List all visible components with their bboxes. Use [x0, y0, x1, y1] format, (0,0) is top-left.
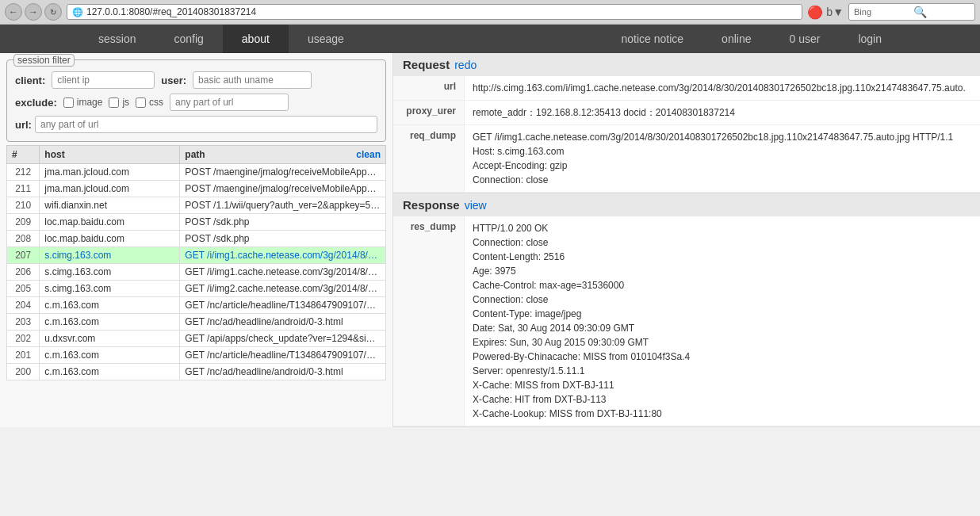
clean-link[interactable]: clean: [356, 149, 381, 160]
cell-num: 207: [7, 247, 40, 264]
url-row: url:: [15, 116, 377, 133]
nav-notice[interactable]: notice notice: [603, 25, 703, 53]
url-label: url:: [15, 119, 32, 131]
table-row[interactable]: 203 c.m.163.com GET /nc/ad/headline/andr…: [7, 314, 386, 331]
url-main-input[interactable]: [35, 116, 377, 133]
url-part-input[interactable]: [170, 94, 289, 111]
th-path: path clean: [180, 146, 386, 164]
session-tbody: 212 jma.man.jcloud.com POST /maengine/jm…: [7, 164, 386, 380]
cell-path: POST /1.1/wii/query?auth_ver=2&appkey=50…: [180, 197, 386, 214]
exclude-css-checkbox[interactable]: [136, 97, 146, 108]
table-row[interactable]: 202 u.dxsvr.com GET /api/apps/check_upda…: [7, 331, 386, 347]
proxy-urer-label: proxy_urer: [393, 101, 465, 124]
cell-host: s.cimg.163.com: [40, 281, 180, 297]
cell-host: s.cimg.163.com: [40, 264, 180, 281]
req-dump-value: GET /i/img1.cache.netease.com/3g/2014/8/…: [465, 125, 980, 192]
exclude-label: exclude:: [15, 97, 57, 109]
back-button[interactable]: ←: [5, 3, 22, 21]
session-filter-legend: session filter: [13, 54, 75, 67]
cell-host: c.m.163.com: [40, 347, 180, 364]
reload-button[interactable]: ↻: [44, 3, 62, 21]
nav-login[interactable]: login: [839, 25, 901, 53]
exclude-image-label[interactable]: image: [63, 97, 103, 108]
cell-host: loc.map.baidu.com: [40, 214, 180, 231]
nav-user-count[interactable]: 0 user: [770, 25, 839, 53]
browser-bar: ← → ↻ 🌐 127.0.0.1:8080/#req_201408301837…: [0, 0, 980, 25]
table-row[interactable]: 211 jma.man.jcloud.com POST /maengine/jm…: [7, 181, 386, 197]
cell-num: 209: [7, 214, 40, 231]
browser-controls: ← → ↻: [5, 3, 62, 21]
cell-host: c.m.163.com: [40, 297, 180, 314]
table-row[interactable]: 206 s.cimg.163.com GET /i/img1.cache.net…: [7, 264, 386, 281]
table-row[interactable]: 209 loc.map.baidu.com POST /sdk.php: [7, 214, 386, 231]
redo-link[interactable]: redo: [454, 59, 477, 71]
res-dump-value: HTTP/1.0 200 OK Connection: close Conten…: [465, 216, 980, 426]
cell-host: s.cimg.163.com: [40, 247, 180, 264]
nav-menu: session config about useage notice notic…: [0, 25, 980, 53]
cell-host: wifi.dianxin.net: [40, 197, 180, 214]
exclude-js-checkbox[interactable]: [109, 97, 119, 108]
cell-path: POST /sdk.php: [180, 214, 386, 231]
proxy-urer-row: proxy_urer remote_addr：192.168.8.12:3541…: [393, 101, 980, 125]
client-label: client:: [15, 75, 45, 86]
exclude-row: exclude: image js css: [15, 94, 377, 111]
cell-path: GET /nc/article/headline/T1348647909107/…: [180, 297, 386, 314]
search-bar[interactable]: Bing 🔍: [848, 3, 975, 21]
exclude-image-checkbox[interactable]: [63, 97, 74, 108]
forward-button[interactable]: →: [25, 3, 42, 21]
cell-path: GET /nc/article/headline/T1348647909107/…: [180, 347, 386, 364]
cell-path: POST /maengine/jmalog/receiveMobileAppLo…: [180, 164, 386, 181]
nav-useage[interactable]: useage: [289, 25, 363, 53]
proxy-urer-value: remote_addr：192.168.8.12:35413 docid：201…: [465, 101, 980, 124]
exclude-js-label[interactable]: js: [109, 97, 129, 108]
cell-num: 211: [7, 181, 40, 197]
view-link[interactable]: view: [465, 199, 487, 212]
table-row[interactable]: 201 c.m.163.com GET /nc/article/headline…: [7, 347, 386, 364]
cell-num: 203: [7, 314, 40, 331]
req-dump-row: req_dump GET /i/img1.cache.netease.com/3…: [393, 125, 980, 193]
response-content: res_dump HTTP/1.0 200 OK Connection: clo…: [393, 216, 980, 426]
table-row[interactable]: 205 s.cimg.163.com GET /i/img2.cache.net…: [7, 281, 386, 297]
table-row[interactable]: 200 c.m.163.com GET /nc/ad/headline/andr…: [7, 364, 386, 380]
url-detail-label: url: [393, 76, 465, 100]
cell-host: c.m.163.com: [40, 364, 180, 380]
th-host: host: [40, 146, 180, 164]
session-table: # host path clean 212 jma.man.jcloud.com…: [6, 145, 386, 380]
res-dump-row: res_dump HTTP/1.0 200 OK Connection: clo…: [393, 216, 980, 426]
response-header: Response view: [393, 193, 980, 216]
table-row[interactable]: 208 loc.map.baidu.com POST /sdk.php: [7, 231, 386, 247]
browser-extras: 🔴 b▼: [807, 5, 844, 20]
cell-num: 210: [7, 197, 40, 214]
cell-num: 212: [7, 164, 40, 181]
table-row[interactable]: 210 wifi.dianxin.net POST /1.1/wii/query…: [7, 197, 386, 214]
cell-host: jma.man.jcloud.com: [40, 181, 180, 197]
session-table-container[interactable]: # host path clean 212 jma.man.jcloud.com…: [6, 145, 386, 380]
address-bar[interactable]: 🌐 127.0.0.1:8080/#req_201408301837214: [67, 4, 802, 20]
cell-host: jma.man.jcloud.com: [40, 164, 180, 181]
table-row[interactable]: 207 s.cimg.163.com GET /i/img1.cache.net…: [7, 247, 386, 264]
table-row[interactable]: 212 jma.man.jcloud.com POST /maengine/jm…: [7, 164, 386, 181]
exclude-css-label[interactable]: css: [136, 97, 163, 108]
nav-session[interactable]: session: [79, 25, 155, 53]
session-filter: session filter client: user: exclude: im…: [6, 59, 386, 142]
client-ip-input[interactable]: [52, 71, 155, 89]
request-section: Request redo url http://s.cimg.163.com/i…: [393, 53, 980, 193]
cell-num: 206: [7, 264, 40, 281]
url-row-detail: url http://s.cimg.163.com/i/img1.cache.n…: [393, 76, 980, 101]
right-nav: notice notice online 0 user login: [603, 25, 902, 53]
cell-num: 200: [7, 364, 40, 380]
request-content: url http://s.cimg.163.com/i/img1.cache.n…: [393, 76, 980, 193]
response-title: Response: [403, 198, 460, 212]
cell-path: GET /nc/ad/headline/android/0-3.html: [180, 364, 386, 380]
cell-num: 202: [7, 331, 40, 347]
nav-config[interactable]: config: [155, 25, 222, 53]
nav-about[interactable]: about: [223, 25, 289, 53]
user-input[interactable]: [193, 71, 312, 89]
table-row[interactable]: 204 c.m.163.com GET /nc/article/headline…: [7, 297, 386, 314]
address-text: 127.0.0.1:8080/#req_201408301837214: [86, 6, 256, 17]
cell-num: 204: [7, 297, 40, 314]
search-engine-label: Bing: [854, 7, 910, 17]
nav-online[interactable]: online: [702, 25, 770, 53]
cell-path: POST /maengine/jmalog/receiveMobileAppLo…: [180, 181, 386, 197]
cell-host: c.m.163.com: [40, 314, 180, 331]
